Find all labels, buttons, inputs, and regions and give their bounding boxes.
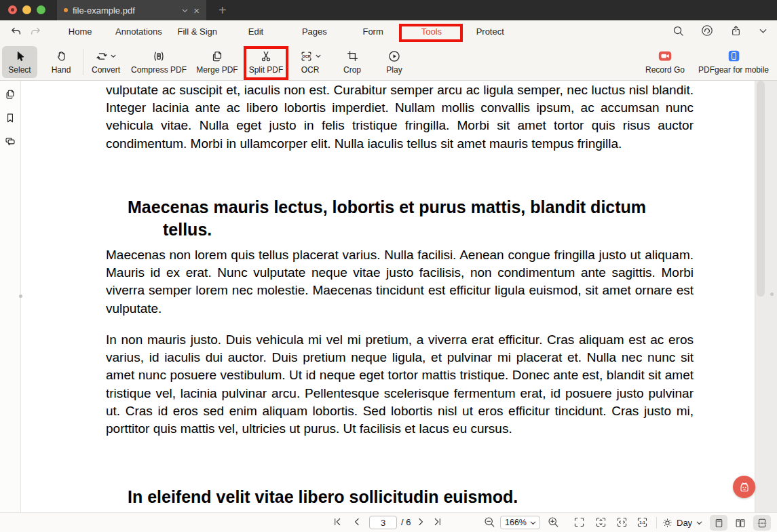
first-page-icon[interactable]	[331, 516, 343, 528]
record-icon	[658, 49, 672, 63]
fit-width-icon[interactable]	[615, 516, 628, 529]
page-total-label: / 6	[401, 513, 411, 532]
redo-icon[interactable]	[30, 25, 43, 41]
select-tool-label: Select	[8, 65, 31, 75]
record-go-button[interactable]: Record Go	[641, 46, 689, 78]
pdfgear-mobile-label: PDFgear for mobile	[698, 65, 769, 75]
previous-page-icon[interactable]	[351, 516, 363, 528]
play-button[interactable]: Play	[377, 46, 411, 78]
hand-icon	[55, 49, 68, 63]
statusbar-separator	[656, 517, 657, 529]
pdf-heading: In eleifend velit vitae libero sollicitu…	[106, 486, 694, 508]
svg-text:OCR: OCR	[302, 54, 311, 58]
undo-icon[interactable]	[9, 25, 22, 41]
play-label: Play	[386, 65, 402, 75]
traffic-lights	[8, 5, 45, 14]
page-number-input[interactable]	[369, 516, 397, 529]
merge-icon	[210, 49, 224, 63]
fit-height-icon[interactable]	[594, 516, 607, 529]
fit-page-icon[interactable]	[573, 516, 586, 529]
ocr-button[interactable]: OCR OCR	[293, 46, 327, 78]
menu-item-annotations[interactable]: Annotations	[109, 20, 168, 43]
zoom-in-icon[interactable]	[547, 516, 560, 529]
cursor-icon	[13, 49, 26, 63]
search-icon[interactable]	[672, 24, 685, 40]
ocr-label: OCR	[301, 65, 320, 75]
tab-chevron-down-icon[interactable]	[181, 7, 189, 14]
zoom-out-icon[interactable]	[483, 516, 496, 529]
two-page-view-button[interactable]	[732, 515, 749, 531]
tab-title: file-example.pdf	[73, 5, 176, 16]
play-icon	[387, 49, 401, 63]
menu-bar: Home Annotations Fill & Sign Edit Pages …	[0, 20, 777, 43]
comments-icon[interactable]	[4, 136, 16, 151]
crop-label: Crop	[343, 65, 361, 75]
pdf-page-text: vulputate ac suscipit et, iaculis non es…	[106, 81, 694, 512]
single-page-view-button[interactable]	[710, 515, 727, 531]
page-thumbnails-icon[interactable]	[4, 88, 16, 103]
svg-text:1:1: 1:1	[639, 520, 645, 525]
minimize-window-button[interactable]	[22, 5, 31, 14]
assistant-robot-button[interactable]	[733, 476, 755, 498]
tab-close-icon[interactable]: ×	[193, 5, 200, 16]
scrollbar-handle-dot	[770, 292, 774, 296]
pdf-paragraph: Maecenas non lorem quis tellus placerat …	[106, 246, 694, 318]
sidebar-resize-handle[interactable]	[19, 294, 22, 298]
menu-item-fill-sign[interactable]: Fill & Sign	[168, 20, 227, 43]
select-tool-button[interactable]: Select	[2, 46, 37, 78]
new-tab-button[interactable]: +	[214, 0, 231, 20]
bookmarks-icon[interactable]	[4, 112, 16, 127]
pdf-document-viewport[interactable]: vulputate ac suscipit et, iaculis non es…	[22, 81, 777, 512]
share-icon[interactable]	[729, 24, 742, 40]
chevron-down-icon	[110, 53, 117, 60]
robot-icon	[737, 480, 752, 495]
last-page-icon[interactable]	[432, 516, 444, 528]
chevron-down-icon	[315, 53, 322, 60]
chevron-down-icon	[529, 519, 537, 527]
ocr-icon: OCR	[299, 50, 314, 63]
continuous-scroll-view-button[interactable]	[753, 515, 771, 531]
pdf-heading: Maecenas mauris lectus, lobortis et puru…	[106, 196, 657, 241]
document-tab[interactable]: file-example.pdf ×	[57, 0, 206, 20]
tools-toolbar: Select Hand Convert Compress PDF Merge P…	[0, 43, 777, 81]
sun-icon	[662, 517, 673, 529]
scissors-icon	[259, 49, 273, 63]
menu-item-protect[interactable]: Protect	[461, 20, 519, 43]
compress-pdf-button[interactable]: Compress PDF	[129, 46, 189, 78]
menu-item-home[interactable]: Home	[51, 20, 109, 43]
vertical-scrollbar-thumb[interactable]	[757, 81, 765, 297]
convert-button[interactable]: Convert	[86, 46, 126, 78]
theme-label: Day	[677, 518, 692, 528]
hand-tool-button[interactable]: Hand	[43, 46, 79, 78]
scrollbar-track[interactable]	[755, 81, 777, 512]
next-page-icon[interactable]	[415, 516, 427, 528]
crop-button[interactable]: Crop	[335, 46, 369, 78]
mobile-icon	[727, 49, 740, 63]
menu-item-form[interactable]: Form	[343, 20, 402, 43]
compress-pdf-label: Compress PDF	[131, 65, 187, 75]
close-window-button[interactable]	[8, 5, 17, 14]
split-pdf-button[interactable]: Split PDF	[246, 46, 286, 78]
zoom-level-dropdown[interactable]: 166%	[500, 516, 540, 529]
pdfgear-mobile-button[interactable]: PDFgear for mobile	[694, 46, 774, 78]
collapse-toolbar-chevron-icon[interactable]	[758, 26, 768, 39]
status-bar: / 6 166% 1:1 Day	[0, 512, 777, 532]
pdf-paragraph: vulputate ac suscipit et, iaculis non es…	[106, 81, 694, 153]
hand-tool-label: Hand	[52, 65, 71, 75]
merge-pdf-button[interactable]: Merge PDF	[191, 46, 243, 78]
support-icon[interactable]	[700, 24, 714, 40]
zoom-level-value: 166%	[505, 518, 527, 527]
menu-item-pages[interactable]: Pages	[285, 20, 343, 43]
actual-size-icon[interactable]: 1:1	[636, 516, 649, 529]
merge-pdf-label: Merge PDF	[196, 65, 238, 75]
menu-item-edit[interactable]: Edit	[227, 20, 285, 43]
chevron-down-icon	[696, 519, 703, 527]
compress-icon	[152, 49, 166, 63]
menu-item-tools[interactable]: Tools	[402, 20, 461, 43]
unsaved-changes-dot	[11, 8, 14, 12]
theme-dropdown[interactable]: Day	[662, 513, 703, 532]
crop-icon	[346, 49, 359, 63]
zoom-window-button[interactable]	[37, 5, 45, 14]
window-titlebar: file-example.pdf × +	[0, 0, 777, 20]
left-panel-sidebar	[0, 81, 21, 512]
